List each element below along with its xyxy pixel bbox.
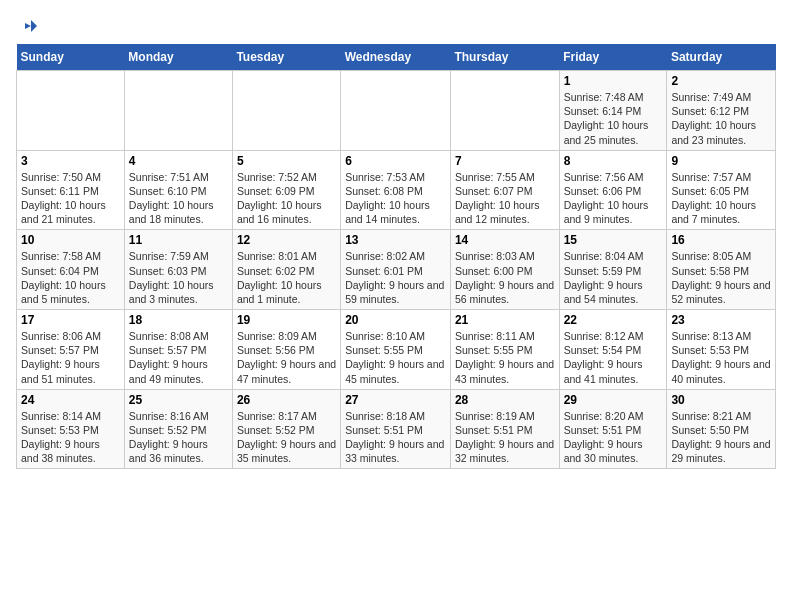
day-number: 23 [671, 313, 771, 327]
day-cell: 1Sunrise: 7:48 AM Sunset: 6:14 PM Daylig… [559, 71, 667, 151]
day-cell: 26Sunrise: 8:17 AM Sunset: 5:52 PM Dayli… [232, 389, 340, 469]
day-info: Sunrise: 8:18 AM Sunset: 5:51 PM Dayligh… [345, 409, 446, 466]
day-cell: 25Sunrise: 8:16 AM Sunset: 5:52 PM Dayli… [124, 389, 232, 469]
header-row: SundayMondayTuesdayWednesdayThursdayFrid… [17, 44, 776, 71]
header [16, 16, 776, 36]
day-info: Sunrise: 7:58 AM Sunset: 6:04 PM Dayligh… [21, 249, 120, 306]
day-cell: 21Sunrise: 8:11 AM Sunset: 5:55 PM Dayli… [450, 310, 559, 390]
calendar-table: SundayMondayTuesdayWednesdayThursdayFrid… [16, 44, 776, 469]
day-info: Sunrise: 8:17 AM Sunset: 5:52 PM Dayligh… [237, 409, 336, 466]
day-number: 15 [564, 233, 663, 247]
day-cell: 15Sunrise: 8:04 AM Sunset: 5:59 PM Dayli… [559, 230, 667, 310]
day-cell: 20Sunrise: 8:10 AM Sunset: 5:55 PM Dayli… [341, 310, 451, 390]
day-number: 17 [21, 313, 120, 327]
day-info: Sunrise: 7:56 AM Sunset: 6:06 PM Dayligh… [564, 170, 663, 227]
day-info: Sunrise: 8:03 AM Sunset: 6:00 PM Dayligh… [455, 249, 555, 306]
day-number: 20 [345, 313, 446, 327]
day-cell: 8Sunrise: 7:56 AM Sunset: 6:06 PM Daylig… [559, 150, 667, 230]
day-number: 3 [21, 154, 120, 168]
week-row-1: 1Sunrise: 7:48 AM Sunset: 6:14 PM Daylig… [17, 71, 776, 151]
day-cell: 17Sunrise: 8:06 AM Sunset: 5:57 PM Dayli… [17, 310, 125, 390]
day-number: 25 [129, 393, 228, 407]
day-number: 4 [129, 154, 228, 168]
day-cell: 14Sunrise: 8:03 AM Sunset: 6:00 PM Dayli… [450, 230, 559, 310]
day-cell: 7Sunrise: 7:55 AM Sunset: 6:07 PM Daylig… [450, 150, 559, 230]
day-cell: 6Sunrise: 7:53 AM Sunset: 6:08 PM Daylig… [341, 150, 451, 230]
day-number: 6 [345, 154, 446, 168]
day-number: 22 [564, 313, 663, 327]
day-info: Sunrise: 8:19 AM Sunset: 5:51 PM Dayligh… [455, 409, 555, 466]
col-header-friday: Friday [559, 44, 667, 71]
day-cell: 13Sunrise: 8:02 AM Sunset: 6:01 PM Dayli… [341, 230, 451, 310]
col-header-monday: Monday [124, 44, 232, 71]
day-cell: 2Sunrise: 7:49 AM Sunset: 6:12 PM Daylig… [667, 71, 776, 151]
day-number: 14 [455, 233, 555, 247]
day-number: 11 [129, 233, 228, 247]
day-cell: 5Sunrise: 7:52 AM Sunset: 6:09 PM Daylig… [232, 150, 340, 230]
day-cell: 11Sunrise: 7:59 AM Sunset: 6:03 PM Dayli… [124, 230, 232, 310]
day-info: Sunrise: 8:05 AM Sunset: 5:58 PM Dayligh… [671, 249, 771, 306]
day-number: 2 [671, 74, 771, 88]
day-number: 30 [671, 393, 771, 407]
day-info: Sunrise: 8:04 AM Sunset: 5:59 PM Dayligh… [564, 249, 663, 306]
day-number: 21 [455, 313, 555, 327]
day-cell: 27Sunrise: 8:18 AM Sunset: 5:51 PM Dayli… [341, 389, 451, 469]
day-cell: 22Sunrise: 8:12 AM Sunset: 5:54 PM Dayli… [559, 310, 667, 390]
day-number: 29 [564, 393, 663, 407]
svg-marker-1 [25, 23, 31, 29]
day-info: Sunrise: 7:53 AM Sunset: 6:08 PM Dayligh… [345, 170, 446, 227]
day-cell: 18Sunrise: 8:08 AM Sunset: 5:57 PM Dayli… [124, 310, 232, 390]
day-info: Sunrise: 8:14 AM Sunset: 5:53 PM Dayligh… [21, 409, 120, 466]
day-cell [124, 71, 232, 151]
day-info: Sunrise: 8:21 AM Sunset: 5:50 PM Dayligh… [671, 409, 771, 466]
day-number: 8 [564, 154, 663, 168]
week-row-4: 17Sunrise: 8:06 AM Sunset: 5:57 PM Dayli… [17, 310, 776, 390]
day-info: Sunrise: 8:12 AM Sunset: 5:54 PM Dayligh… [564, 329, 663, 386]
day-number: 26 [237, 393, 336, 407]
day-info: Sunrise: 8:02 AM Sunset: 6:01 PM Dayligh… [345, 249, 446, 306]
col-header-tuesday: Tuesday [232, 44, 340, 71]
day-info: Sunrise: 8:13 AM Sunset: 5:53 PM Dayligh… [671, 329, 771, 386]
svg-marker-0 [31, 20, 37, 32]
day-cell: 30Sunrise: 8:21 AM Sunset: 5:50 PM Dayli… [667, 389, 776, 469]
day-info: Sunrise: 7:51 AM Sunset: 6:10 PM Dayligh… [129, 170, 228, 227]
day-info: Sunrise: 8:10 AM Sunset: 5:55 PM Dayligh… [345, 329, 446, 386]
day-info: Sunrise: 8:16 AM Sunset: 5:52 PM Dayligh… [129, 409, 228, 466]
week-row-5: 24Sunrise: 8:14 AM Sunset: 5:53 PM Dayli… [17, 389, 776, 469]
day-number: 19 [237, 313, 336, 327]
day-info: Sunrise: 7:59 AM Sunset: 6:03 PM Dayligh… [129, 249, 228, 306]
day-number: 12 [237, 233, 336, 247]
day-cell [232, 71, 340, 151]
day-cell: 9Sunrise: 7:57 AM Sunset: 6:05 PM Daylig… [667, 150, 776, 230]
day-number: 7 [455, 154, 555, 168]
day-info: Sunrise: 7:52 AM Sunset: 6:09 PM Dayligh… [237, 170, 336, 227]
day-cell: 24Sunrise: 8:14 AM Sunset: 5:53 PM Dayli… [17, 389, 125, 469]
day-info: Sunrise: 7:50 AM Sunset: 6:11 PM Dayligh… [21, 170, 120, 227]
day-info: Sunrise: 7:57 AM Sunset: 6:05 PM Dayligh… [671, 170, 771, 227]
day-number: 28 [455, 393, 555, 407]
day-info: Sunrise: 7:48 AM Sunset: 6:14 PM Dayligh… [564, 90, 663, 147]
day-info: Sunrise: 8:20 AM Sunset: 5:51 PM Dayligh… [564, 409, 663, 466]
day-cell [17, 71, 125, 151]
day-info: Sunrise: 8:11 AM Sunset: 5:55 PM Dayligh… [455, 329, 555, 386]
day-cell: 28Sunrise: 8:19 AM Sunset: 5:51 PM Dayli… [450, 389, 559, 469]
col-header-sunday: Sunday [17, 44, 125, 71]
day-cell: 4Sunrise: 7:51 AM Sunset: 6:10 PM Daylig… [124, 150, 232, 230]
day-number: 24 [21, 393, 120, 407]
day-number: 5 [237, 154, 336, 168]
week-row-3: 10Sunrise: 7:58 AM Sunset: 6:04 PM Dayli… [17, 230, 776, 310]
day-info: Sunrise: 8:06 AM Sunset: 5:57 PM Dayligh… [21, 329, 120, 386]
day-info: Sunrise: 8:08 AM Sunset: 5:57 PM Dayligh… [129, 329, 228, 386]
day-info: Sunrise: 8:01 AM Sunset: 6:02 PM Dayligh… [237, 249, 336, 306]
day-cell: 3Sunrise: 7:50 AM Sunset: 6:11 PM Daylig… [17, 150, 125, 230]
day-number: 1 [564, 74, 663, 88]
col-header-wednesday: Wednesday [341, 44, 451, 71]
day-cell [450, 71, 559, 151]
day-number: 27 [345, 393, 446, 407]
week-row-2: 3Sunrise: 7:50 AM Sunset: 6:11 PM Daylig… [17, 150, 776, 230]
day-cell: 10Sunrise: 7:58 AM Sunset: 6:04 PM Dayli… [17, 230, 125, 310]
day-cell: 29Sunrise: 8:20 AM Sunset: 5:51 PM Dayli… [559, 389, 667, 469]
day-info: Sunrise: 7:49 AM Sunset: 6:12 PM Dayligh… [671, 90, 771, 147]
day-cell: 23Sunrise: 8:13 AM Sunset: 5:53 PM Dayli… [667, 310, 776, 390]
day-info: Sunrise: 8:09 AM Sunset: 5:56 PM Dayligh… [237, 329, 336, 386]
